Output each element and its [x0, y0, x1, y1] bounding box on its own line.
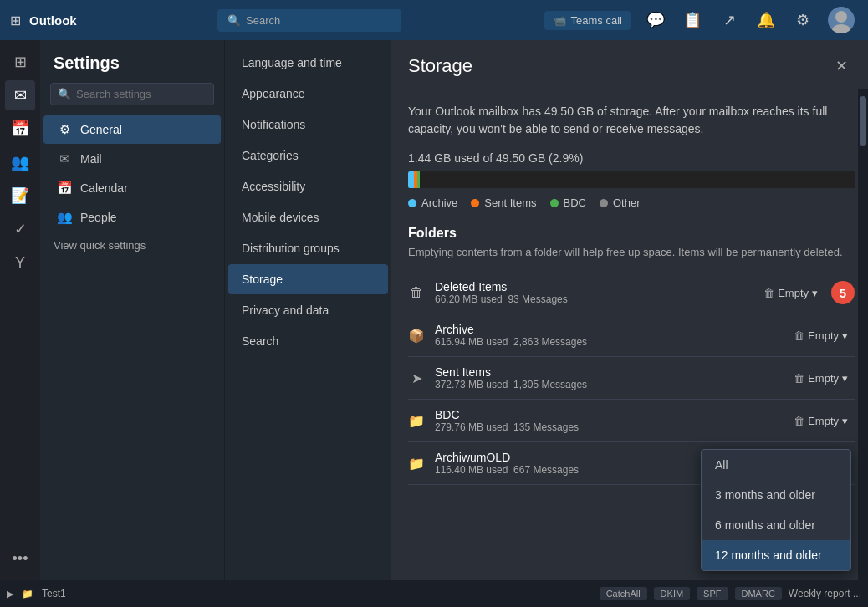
- topbar-search-icon: 🔍: [227, 14, 241, 27]
- calendar-nav-icon: 📅: [57, 181, 72, 196]
- storage-scrollbar[interactable]: [858, 89, 868, 580]
- dropdown-item-12months[interactable]: 12 months and older: [702, 540, 850, 570]
- general-icon: ⚙: [57, 122, 72, 137]
- legend-sent: Sent Items: [471, 196, 536, 209]
- folder-icon-bdc: 📁: [408, 413, 425, 429]
- submenu-storage[interactable]: Storage: [228, 264, 388, 294]
- legend-dot-sent: [471, 199, 479, 207]
- folder-row-bdc: 📁 BDC 279.76 MB used 135 Messages 🗑 Empt…: [408, 400, 855, 442]
- people-nav-icon: 👥: [57, 210, 72, 225]
- dropdown-item-3months[interactable]: 3 months and older: [702, 480, 850, 510]
- submenu-accessibility[interactable]: Accessibility: [228, 171, 388, 201]
- folder-info-deleted: Deleted Items 66.20 MB used 93 Messages: [435, 280, 757, 305]
- trash-icon-sent: 🗑: [794, 372, 804, 385]
- nav-icon-calendar[interactable]: 📅: [5, 114, 35, 144]
- folder-meta-deleted: 66.20 MB used 93 Messages: [435, 293, 757, 305]
- app-grid-icon[interactable]: ⊞: [10, 13, 21, 28]
- topbar-search-box[interactable]: 🔍 Search: [217, 9, 401, 32]
- folder-icon-deleted: 🗑: [408, 285, 425, 300]
- empty-button-bdc[interactable]: 🗑 Empty ▾: [787, 411, 855, 431]
- settings-search-input[interactable]: [76, 88, 207, 100]
- calendar-label: Calendar: [80, 181, 128, 195]
- submenu-language[interactable]: Language and time: [228, 48, 388, 78]
- folder-row-deleted: 🗑 Deleted Items 66.20 MB used 93 Message…: [408, 272, 855, 314]
- nav-icon-mail[interactable]: ✉: [5, 80, 35, 110]
- folder-meta-bdc: 279.76 MB used 135 Messages: [435, 421, 787, 433]
- nav-icon-notes[interactable]: 📝: [5, 181, 35, 211]
- folder-icon-archiwum: 📁: [408, 456, 425, 472]
- empty-label-archive: Empty: [808, 329, 839, 342]
- storage-used-label: 1.44 GB used of 49.50 GB (2.9%): [408, 151, 855, 165]
- legend-label-archive: Archive: [421, 196, 457, 209]
- settings-nav-calendar[interactable]: 📅 Calendar: [43, 174, 221, 202]
- folder-info-bdc: BDC 279.76 MB used 135 Messages: [435, 408, 787, 433]
- left-nav: ⊞ ✉ 📅 👥 📝 ✓ Y •••: [0, 40, 40, 580]
- nav-icon-tasks[interactable]: ✓: [5, 214, 35, 244]
- topbar-search-label: Search: [246, 14, 280, 27]
- storage-header: Storage ✕: [391, 40, 868, 89]
- calendar-topbar-icon[interactable]: 📋: [681, 11, 704, 29]
- topbar-right: 📹 Teams call 💬 📋 ↗ 🔔 ⚙: [531, 7, 868, 33]
- main-content: ⊞ ✉ 📅 👥 📝 ✓ Y ••• Settings 🔍 ⚙ General ✉…: [0, 40, 868, 580]
- folder-name-archive: Archive: [435, 323, 787, 336]
- tag-dmarc: DMARC: [735, 587, 782, 600]
- chat-icon[interactable]: 💬: [644, 11, 667, 29]
- folder-actions-deleted: 🗑 Empty ▾ 5: [757, 281, 855, 304]
- submenu-mobile[interactable]: Mobile devices: [228, 202, 388, 232]
- legend-bdc: BDC: [550, 196, 586, 209]
- share-icon[interactable]: ↗: [717, 11, 741, 29]
- bottom-bar: ▶ 📁 Test1 CatchAll DKIM SPF DMARC Weekly…: [0, 580, 868, 607]
- settings-search-box[interactable]: 🔍: [50, 83, 214, 105]
- dropdown-item-6months[interactable]: 6 months and older: [702, 510, 850, 540]
- submenu-distribution[interactable]: Distribution groups: [228, 233, 388, 263]
- bell-icon[interactable]: 🔔: [754, 11, 778, 29]
- nav-icon-yammer[interactable]: Y: [5, 247, 35, 278]
- settings-panel: Settings 🔍 ⚙ General ✉ Mail 📅 Calendar 👥…: [40, 40, 224, 580]
- tag-spf: SPF: [697, 587, 728, 600]
- legend-archive: Archive: [408, 196, 457, 209]
- settings-gear-icon[interactable]: ⚙: [791, 11, 814, 29]
- settings-nav-general[interactable]: ⚙ General: [43, 115, 221, 144]
- empty-label-deleted: Empty: [778, 287, 809, 299]
- legend-dot-archive: [408, 199, 416, 207]
- folder-meta-archive: 616.94 MB used 2,863 Messages: [435, 336, 787, 348]
- empty-button-archive[interactable]: 🗑 Empty ▾: [787, 326, 855, 345]
- teams-call-button[interactable]: 📹 Teams call: [544, 11, 631, 30]
- empty-label-sent: Empty: [808, 372, 839, 385]
- settings-nav-mail[interactable]: ✉ Mail: [43, 145, 221, 173]
- folder-info-archive: Archive 616.94 MB used 2,863 Messages: [435, 323, 787, 348]
- chevron-icon-deleted: ▾: [812, 287, 818, 299]
- storage-scrollbar-thumb[interactable]: [860, 96, 866, 146]
- submenu-notifications[interactable]: Notifications: [228, 110, 388, 140]
- submenu-privacy[interactable]: Privacy and data: [228, 295, 388, 325]
- storage-bar: [408, 171, 855, 188]
- dropdown-item-all[interactable]: All: [702, 450, 850, 480]
- empty-dropdown: All 3 months and older 6 months and olde…: [701, 449, 851, 571]
- folder-meta-sent: 372.73 MB used 1,305 Messages: [435, 379, 787, 390]
- empty-button-sent[interactable]: 🗑 Empty ▾: [787, 369, 855, 388]
- topbar-left: ⊞ Outlook: [0, 13, 217, 28]
- teams-call-icon: 📹: [553, 14, 566, 27]
- user-avatar[interactable]: [828, 7, 855, 33]
- svg-point-1: [832, 24, 850, 33]
- submenu-categories[interactable]: Categories: [228, 140, 388, 171]
- quick-settings-link[interactable]: View quick settings: [40, 232, 224, 258]
- empty-label-bdc: Empty: [808, 415, 839, 427]
- storage-modal: Storage ✕ Your Outlook mailbox has 49.50…: [391, 40, 868, 580]
- folder-icon-archive: 📦: [408, 328, 425, 344]
- folder-actions-bdc: 🗑 Empty ▾: [787, 411, 855, 431]
- nav-icon-people[interactable]: 👥: [5, 147, 35, 177]
- submenu-appearance[interactable]: Appearance: [228, 79, 388, 109]
- folder-actions-sent: 🗑 Empty ▾: [787, 369, 855, 388]
- empty-button-deleted[interactable]: 🗑 Empty ▾: [757, 283, 825, 303]
- tag-catchall: CatchAll: [600, 587, 647, 600]
- storage-title: Storage: [408, 55, 472, 77]
- nav-icon-grid[interactable]: ⊞: [5, 47, 35, 77]
- submenu-search[interactable]: Search: [228, 326, 388, 356]
- settings-nav-people[interactable]: 👥 People: [43, 203, 221, 232]
- folder-row-sent: ➤ Sent Items 372.73 MB used 1,305 Messag…: [408, 357, 855, 400]
- nav-icon-more[interactable]: •••: [5, 543, 35, 574]
- legend-label-bdc: BDC: [564, 196, 586, 209]
- folder-info-sent: Sent Items 372.73 MB used 1,305 Messages: [435, 365, 787, 390]
- close-storage-button[interactable]: ✕: [832, 54, 851, 79]
